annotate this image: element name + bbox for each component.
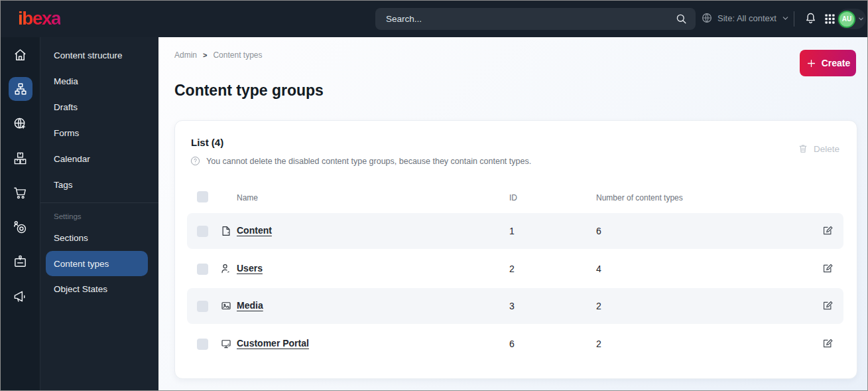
group-link[interactable]: Users: [237, 263, 263, 274]
column-header-count: Number of content types: [596, 193, 683, 202]
page-title: Content type groups: [174, 82, 324, 100]
avatar: AU: [838, 11, 855, 28]
group-content-types-count: 4: [596, 264, 601, 274]
topbar-divider: [794, 11, 794, 27]
content-type-groups-panel: List (4) You cannot delete the disabled …: [174, 120, 857, 379]
table-row: Content 1 6: [187, 213, 843, 249]
select-all-checkbox[interactable]: [197, 191, 208, 202]
content-tree-icon: [9, 77, 32, 101]
app-grid-button[interactable]: [824, 13, 836, 25]
group-link[interactable]: Customer Portal: [237, 338, 309, 349]
user-icon: [220, 263, 232, 275]
ibexa-logo[interactable]: ibexa: [18, 8, 60, 29]
chevron-down-icon: [857, 15, 865, 23]
table-row: Customer Portal 6 2: [187, 326, 843, 362]
group-id: 3: [509, 301, 515, 311]
site-globe-icon: [9, 112, 32, 135]
group-content-types-count: 6: [596, 226, 601, 236]
sidebar-menu: Content structure Media Drafts Forms Cal…: [40, 37, 158, 390]
sidebar-item-content-structure[interactable]: Content structure: [40, 42, 158, 68]
sidebar-item-media[interactable]: Media: [40, 68, 158, 94]
user-menu[interactable]: AU: [837, 9, 866, 29]
sidebar-item-sections[interactable]: Sections: [40, 225, 158, 251]
search-input[interactable]: [375, 8, 696, 30]
group-content-types-count: 2: [596, 301, 601, 311]
rail-item-site[interactable]: [1, 106, 40, 141]
sidebar-section-divider: Settings: [40, 202, 158, 225]
group-content-types-count: 2: [596, 339, 601, 349]
sidebar-item-object-states[interactable]: Object States: [40, 276, 158, 302]
list-title: List (4): [191, 137, 223, 148]
edit-icon: [822, 299, 834, 312]
row-checkbox[interactable]: [197, 264, 208, 275]
breadcrumb-item-admin[interactable]: Admin: [174, 50, 197, 60]
plus-icon: [806, 58, 817, 69]
notifications-button[interactable]: [804, 11, 818, 25]
edit-button[interactable]: [822, 262, 834, 275]
group-link[interactable]: Content: [237, 225, 272, 236]
edit-button[interactable]: [822, 337, 834, 350]
rail-item-campaigns[interactable]: [1, 279, 40, 313]
sidebar-item-content-types[interactable]: Content types: [46, 251, 148, 276]
rail-item-commerce[interactable]: [1, 175, 40, 210]
row-checkbox[interactable]: [197, 339, 208, 350]
chevron-down-icon: [781, 14, 790, 23]
image-icon: [220, 300, 232, 312]
site-context-label: Site: All context: [717, 13, 776, 23]
icon-rail: [1, 37, 40, 390]
edit-icon: [822, 262, 834, 275]
rail-item-products[interactable]: [1, 141, 40, 175]
table-header: Name ID Number of content types: [187, 186, 843, 210]
trash-icon: [798, 143, 808, 154]
app-grid-icon: [824, 13, 836, 25]
global-search[interactable]: [375, 8, 696, 30]
edit-icon: [822, 224, 834, 237]
edit-button[interactable]: [822, 299, 834, 312]
row-checkbox[interactable]: [197, 226, 208, 237]
info-text: You cannot delete the disabled content t…: [206, 157, 531, 166]
rail-item-content[interactable]: [1, 72, 40, 106]
create-button-label: Create: [822, 58, 851, 68]
topbar: ibexa Site: All context: [1, 1, 867, 37]
rail-item-dashboard[interactable]: [1, 37, 40, 72]
main-content: Admin > Content types Create Content typ…: [158, 37, 867, 390]
breadcrumb-separator: >: [203, 51, 207, 59]
bell-icon: [804, 11, 818, 25]
group-link[interactable]: Media: [237, 300, 263, 311]
home-icon: [9, 42, 32, 66]
question-circle-icon: [190, 155, 201, 167]
product-boxes-icon: [9, 146, 32, 170]
file-icon: [220, 225, 232, 237]
sidebar-item-forms[interactable]: Forms: [40, 120, 158, 146]
group-id: 6: [509, 339, 515, 349]
id-badge-icon: [9, 250, 32, 274]
group-id: 2: [509, 264, 515, 274]
edit-icon: [822, 337, 834, 350]
table-row: Media 3 2: [187, 288, 843, 324]
breadcrumb-item-current: Content types: [213, 50, 262, 60]
column-header-id: ID: [509, 193, 517, 202]
search-icon: [675, 13, 688, 25]
megaphone-icon: [9, 284, 32, 308]
app-window: ibexa Site: All context: [0, 0, 868, 391]
sidebar-item-calendar[interactable]: Calendar: [40, 146, 158, 172]
site-context-selector[interactable]: Site: All context: [701, 12, 790, 24]
monitor-icon: [220, 338, 232, 350]
delete-button-label: Delete: [814, 144, 839, 154]
globe-icon: [701, 12, 713, 24]
info-row: You cannot delete the disabled content t…: [190, 155, 531, 167]
settings-section-label: Settings: [40, 208, 158, 225]
edit-button[interactable]: [822, 224, 834, 237]
rail-item-customers[interactable]: [1, 244, 40, 279]
group-id: 1: [509, 226, 515, 236]
column-header-name: Name: [237, 193, 258, 202]
rail-item-personalization[interactable]: [1, 210, 40, 244]
create-button[interactable]: Create: [800, 50, 856, 76]
sidebar-item-tags[interactable]: Tags: [40, 172, 158, 198]
table-row: Users 2 4: [187, 251, 843, 287]
sidebar-item-drafts[interactable]: Drafts: [40, 94, 158, 120]
cart-icon: [9, 181, 32, 204]
row-checkbox[interactable]: [197, 301, 208, 312]
delete-button[interactable]: Delete: [798, 143, 839, 154]
breadcrumb: Admin > Content types: [174, 50, 263, 60]
